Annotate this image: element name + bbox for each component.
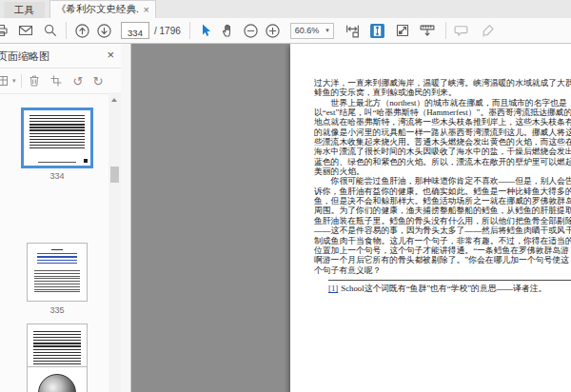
fit-width-icon	[345, 23, 361, 39]
toolbar-divider	[189, 22, 190, 39]
comment-button[interactable]	[452, 21, 471, 40]
next-page-button[interactable]	[94, 21, 113, 40]
email-icon	[18, 23, 33, 38]
panel-splitter[interactable]	[121, 44, 131, 392]
thumbnail-page-334[interactable]: 334	[21, 108, 93, 168]
text-line: 以“est”结尾，叫“哈墨弗斯特（Hammerfest）”。墨西哥湾流抵达挪威的	[314, 108, 571, 117]
text-line: 些漂流木收集起来烧火用。普通木头燃烧会发出黄色的火焰，而这些在	[314, 137, 571, 147]
rotate-right-icon: ↻	[93, 75, 104, 88]
fit-width-button[interactable]	[344, 21, 363, 40]
close-tab-icon[interactable]: ×	[144, 5, 149, 15]
fit-page-icon	[369, 23, 385, 39]
footnote-separator	[328, 280, 571, 281]
text-line: ——这不是件容易的事，因为骨头太多了——然后将鳕鱼肉晒干或风干	[314, 225, 571, 235]
footnote: [1]School这个词既有“鱼群”也有“学校”的意思——译者注。	[328, 284, 546, 295]
zoom-level-dropdown[interactable]: 60.6% ▾	[290, 23, 334, 39]
chevron-down-icon: ▾	[12, 77, 16, 85]
text-line: 世界上最北方（northest）的城市就在挪威，而且城市的名字也是	[314, 98, 571, 108]
comment-bubble-icon	[453, 23, 469, 39]
text-line: 美丽的火焰。	[314, 167, 571, 176]
zoom-out-button[interactable]	[242, 21, 261, 40]
document-view[interactable]: 过大洋，一直来到挪威海岸，温暖了峡湾。峡湾温暖的水域就成了大群 鲱鱼的安乐窝，直…	[131, 44, 571, 392]
toolbar-divider	[445, 22, 446, 39]
crop-pages-icon	[49, 74, 63, 88]
thumbnails-panel-header: 页面缩略图 ×	[0, 44, 121, 69]
text-line: 海水中漂流了很长时间的木头因吸收了海水中的盐，干燥后燃烧会发出	[314, 147, 571, 156]
hand-tool-icon	[221, 23, 236, 38]
text-line: 过大洋，一直来到挪威海岸，温暖了峡湾。峡湾温暖的水域就成了大群	[314, 78, 571, 88]
thumbnail-label: 335	[27, 305, 88, 315]
zoom-level-value: 60.6%	[295, 26, 320, 35]
page-number-input[interactable]	[122, 26, 148, 41]
thumbnail-label: 334	[21, 171, 93, 181]
highlight-button[interactable]	[479, 21, 498, 40]
footnote-link[interactable]: [1]	[328, 284, 338, 293]
fullscreen-icon	[395, 23, 410, 38]
thumbnail-options-button[interactable]	[0, 73, 11, 89]
page-total: / 1796	[154, 26, 181, 36]
rotate-left-button[interactable]: ↺	[70, 73, 87, 89]
text-line: 你很可能尝过鱼肝油，那种味道你肯定不喜欢——但是，别人会告	[314, 176, 571, 186]
email-button[interactable]	[16, 21, 35, 40]
thumbnails-toolbar: ▾ ↺ ↻	[0, 69, 121, 94]
search-icon	[43, 23, 58, 38]
pdf-page: 过大洋，一直来到挪威海岸，温暖了峡湾。峡湾温暖的水域就成了大群 鲱鱼的安乐窝，直…	[290, 44, 571, 392]
text-line: 的就像是小河里的玩具船一样一路从墨西哥湾漂流到这儿。挪威人将这	[314, 127, 571, 137]
highlighter-pen-icon	[480, 23, 496, 39]
text-line: 周围。为了你们的健康，渔夫捕捞整船整船的鳕鱼，从鳕鱼的肝脏提取	[314, 206, 571, 215]
page-text: 过大洋，一直来到挪威海岸，温暖了峡湾。峡湾温暖的水域就成了大群 鲱鱼的安乐窝，直…	[314, 78, 571, 275]
thumbnail-illustration	[38, 374, 76, 392]
page-number-box	[121, 22, 149, 39]
thumbnail-page-335[interactable]: 335	[27, 243, 88, 302]
previous-page-button[interactable]	[72, 21, 91, 40]
thumbnail-footer-line	[38, 162, 75, 163]
text-line: 蓝色的、绿色的和紫色的火焰。所以，漂流木在敞开的壁炉里可以燃起	[314, 157, 571, 167]
thumbnail-page-next[interactable]	[27, 366, 88, 392]
next-page-icon	[96, 23, 112, 39]
select-cursor-icon	[198, 23, 213, 38]
tab-tools[interactable]: 工具	[4, 2, 45, 18]
text-line: 位置加上一个句号，这个句子才能讲得通。“一条鳕鱼在罗佛敦群岛游	[314, 245, 571, 255]
trash-icon	[28, 74, 41, 88]
zoom-out-icon	[243, 23, 259, 39]
text-line: 鱼，但是决不会和鲸那样大。鳕鱼活动场所之一就在挪威的罗佛敦群岛	[314, 196, 571, 206]
hand-tool-button[interactable]	[219, 21, 238, 40]
panel-scrollbar[interactable]	[108, 92, 121, 392]
rotate-left-icon: ↺	[73, 75, 84, 88]
text-line: 鲱鱼的安乐窝，直到鲸或渔民的到来。	[314, 88, 571, 97]
text-line: 诉你，鱼肝油有益你的健康。也确实如此。鳕鱼是一种比鲱鱼大得多的	[314, 186, 571, 196]
select-tool-button[interactable]	[196, 21, 215, 40]
rotate-right-button[interactable]: ↻	[90, 73, 107, 89]
print-icon	[0, 23, 9, 38]
pdf-reader-window: 工具 《希利尔文史经典... ×	[0, 0, 571, 392]
measure-ruler-icon	[419, 23, 436, 39]
search-button[interactable]	[41, 21, 60, 40]
tab-document[interactable]: 《希利尔文史经典... ×	[49, 0, 156, 18]
main-toolbar: / 1796 60.6% ▾	[0, 18, 571, 44]
thumbnail-options-icon	[0, 74, 10, 88]
document-tab-title: 《希利尔文史经典...	[56, 3, 139, 16]
crop-pages-button[interactable]	[49, 73, 65, 89]
scroll-up-icon[interactable]	[111, 98, 117, 102]
scrollbar-thumb[interactable]	[110, 167, 119, 183]
close-panel-icon[interactable]: ×	[107, 48, 114, 62]
thumbnail-list: 334 335 336	[0, 92, 108, 392]
chevron-down-icon: ▾	[325, 27, 329, 34]
fullscreen-button[interactable]	[393, 21, 412, 40]
tools-tab-label: 工具	[14, 4, 34, 15]
thumbnails-panel: 页面缩略图 × ▾ ↺	[0, 44, 121, 392]
footnote-text: School这个词既有“鱼群”也有“学校”的意思——译者注。	[341, 284, 546, 293]
text-line: 啊游一个月后它所有的骨头都被剔除了。”你会在哪儿加一个句号使这	[314, 255, 571, 265]
toolbar-divider	[66, 22, 67, 39]
text-line: 鱼肝油装在瓶子里。鳕鱼的骨头没有什么用，所以他们把鱼骨全部剔除	[314, 216, 571, 225]
zoom-in-icon	[265, 23, 281, 39]
fit-page-button[interactable]	[368, 21, 387, 40]
delete-pages-button[interactable]	[27, 73, 43, 89]
tab-bar: 工具 《希利尔文史经典... ×	[0, 0, 571, 19]
thumbnail-page-mark	[84, 159, 88, 163]
measure-tool-button[interactable]	[418, 21, 437, 40]
text-line: 个句子有意义呢？	[314, 265, 571, 275]
print-button[interactable]	[0, 21, 10, 40]
zoom-in-button[interactable]	[264, 21, 283, 40]
panel-toolbar-divider	[21, 74, 22, 88]
